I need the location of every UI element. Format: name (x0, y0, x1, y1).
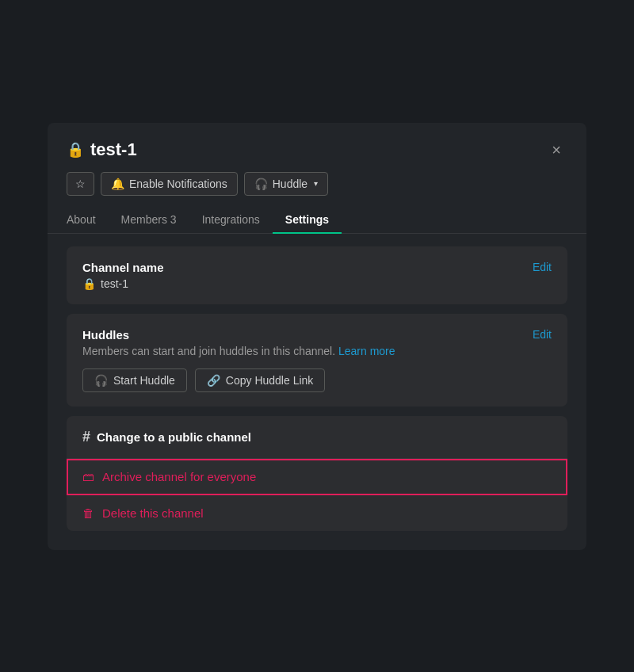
tabs: About Members 3 Integrations Settings (48, 207, 586, 234)
close-button[interactable]: × (545, 139, 567, 161)
tab-about[interactable]: About (67, 207, 109, 234)
modal-body: Channel name Edit 🔒 test-1 Huddles Edit … (48, 234, 586, 550)
channel-title: test-1 (90, 139, 137, 160)
huddles-description: Members can start and join huddles in th… (82, 345, 552, 357)
start-huddle-button[interactable]: 🎧 Start Huddle (82, 368, 187, 392)
chevron-down-icon: ▾ (314, 179, 318, 188)
copy-huddle-link-label: Copy Huddle Link (226, 374, 314, 387)
archive-channel-label: Archive channel for everyone (102, 470, 256, 483)
huddles-card: Huddles Edit Members can start and join … (67, 314, 567, 407)
channel-name-title: Channel name (82, 261, 164, 274)
channel-change-header: # Change to a public channel (67, 416, 567, 459)
modal-overlay: 🔒 test-1 × ☆ 🔔 Enable Notifications 🎧 Hu… (0, 0, 634, 672)
tab-integrations[interactable]: Integrations (189, 207, 273, 234)
huddles-actions: 🎧 Start Huddle 🔗 Copy Huddle Link (82, 368, 552, 392)
copy-huddle-link-button[interactable]: 🔗 Copy Huddle Link (195, 368, 326, 392)
archive-icon: 🗃 (82, 470, 94, 483)
bell-icon: 🔔 (111, 178, 124, 190)
channel-name-card: Channel name Edit 🔒 test-1 (67, 246, 567, 304)
lock-icon: 🔒 (67, 141, 84, 158)
tab-settings[interactable]: Settings (273, 207, 342, 234)
star-button[interactable]: ☆ (67, 172, 94, 196)
star-icon: ☆ (75, 178, 86, 190)
delete-channel-label: Delete this channel (102, 506, 204, 520)
channel-change-card: # Change to a public channel 🗃 Archive c… (67, 416, 567, 531)
tab-members[interactable]: Members 3 (109, 207, 189, 234)
channel-name-edit-link[interactable]: Edit (533, 261, 552, 273)
headphone-start-icon: 🎧 (94, 374, 108, 387)
channel-name-value: 🔒 test-1 (82, 277, 552, 290)
enable-notifications-button[interactable]: 🔔 Enable Notifications (101, 172, 238, 196)
huddle-label: Huddle (273, 178, 307, 190)
toolbar: ☆ 🔔 Enable Notifications 🎧 Huddle ▾ (48, 161, 586, 207)
channel-change-title: Change to a public channel (97, 430, 251, 444)
delete-channel-row[interactable]: 🗑 Delete this channel (67, 495, 567, 531)
modal: 🔒 test-1 × ☆ 🔔 Enable Notifications 🎧 Hu… (48, 123, 586, 550)
huddles-desc-text: Members can start and join huddles in th… (82, 345, 335, 357)
learn-more-link[interactable]: Learn more (338, 345, 395, 357)
huddles-edit-link[interactable]: Edit (533, 328, 552, 341)
start-huddle-label: Start Huddle (113, 374, 175, 387)
channel-name-card-header: Channel name Edit (82, 261, 552, 274)
channel-name-text: test-1 (101, 277, 128, 290)
notifications-label: Enable Notifications (129, 178, 227, 190)
hash-icon: # (82, 429, 90, 445)
archive-channel-row[interactable]: 🗃 Archive channel for everyone (67, 459, 567, 495)
huddles-card-header: Huddles Edit (82, 328, 552, 342)
channel-name-lock-icon: 🔒 (82, 277, 96, 290)
modal-header: 🔒 test-1 × (48, 123, 586, 161)
huddles-title: Huddles (82, 328, 129, 342)
headphone-icon: 🎧 (254, 178, 268, 190)
link-icon: 🔗 (207, 374, 220, 387)
trash-icon: 🗑 (82, 506, 94, 520)
modal-title: 🔒 test-1 (67, 139, 137, 160)
huddle-button[interactable]: 🎧 Huddle ▾ (244, 172, 328, 196)
